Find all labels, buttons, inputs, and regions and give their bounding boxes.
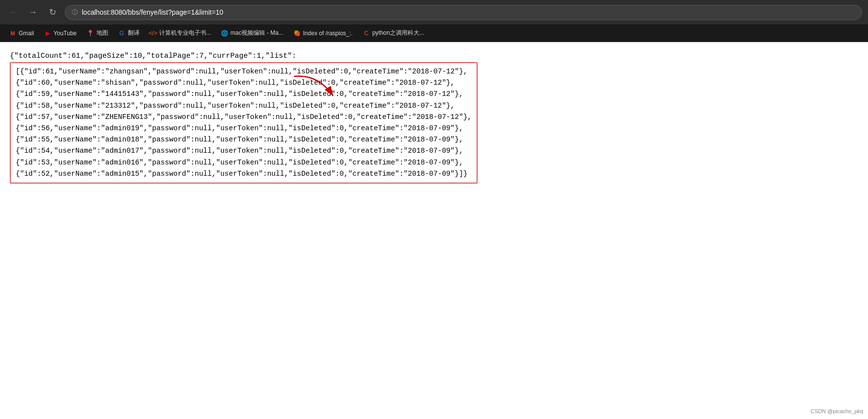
code-icon: </> bbox=[149, 29, 157, 37]
json-line-9: {"id":52,"userName":"admin015","password… bbox=[16, 168, 472, 180]
json-header: {"totalCount":61,"pageSize":10,"totalPag… bbox=[10, 52, 858, 60]
bookmark-translate[interactable]: G 翻译 bbox=[114, 27, 144, 39]
bookmark-maps[interactable]: 📍 地图 bbox=[83, 27, 112, 39]
bookmark-raspios[interactable]: 🍓 Index of /raspios_:. bbox=[289, 28, 357, 39]
json-line-7: {"id":54,"userName":"admin017","password… bbox=[16, 145, 472, 157]
bookmark-code-label: 计算机专业电子书... bbox=[159, 29, 211, 37]
json-line-6: {"id":55,"userName":"admin018","password… bbox=[16, 134, 472, 145]
page-content: {"totalCount":61,"pageSize":10,"totalPag… bbox=[0, 42, 868, 419]
json-line-8: {"id":53,"userName":"admin016","password… bbox=[16, 157, 472, 168]
maps-icon: 📍 bbox=[87, 29, 95, 37]
raspberry-icon: 🍓 bbox=[293, 29, 301, 37]
bookmark-gmail-label: Gmail bbox=[19, 30, 34, 37]
bookmark-youtube-label: YouTube bbox=[53, 30, 76, 37]
security-icon: ⓘ bbox=[72, 8, 78, 17]
json-line-0: [{"id":61,"userName":"zhangsan","passwor… bbox=[16, 66, 472, 77]
bookmark-raspios-label: Index of /raspios_:. bbox=[303, 30, 353, 37]
globe-icon: 🌐 bbox=[221, 29, 229, 37]
translate-icon: G bbox=[118, 29, 126, 37]
youtube-icon: ▶ bbox=[44, 29, 51, 37]
url-text: localhost:8080/bbs/fenye/list?page=1&lim… bbox=[82, 8, 223, 16]
json-line-2: {"id":59,"userName":"14415143","password… bbox=[16, 89, 472, 100]
json-line-5: {"id":56,"userName":"admin019","password… bbox=[16, 123, 472, 134]
json-line-3: {"id":58,"userName":"213312","password":… bbox=[16, 100, 472, 112]
bookmark-translate-label: 翻译 bbox=[128, 29, 140, 37]
watermark: CSDN @picacho_pkq bbox=[811, 408, 863, 414]
bookmark-code[interactable]: </> 计算机专业电子书... bbox=[145, 27, 215, 39]
bookmark-python-label: python之调用科大... bbox=[372, 29, 424, 37]
browser-chrome: ← → ↻ ⓘ localhost:8080/bbs/fenye/list?pa… bbox=[0, 0, 868, 42]
bookmarks-bar: M Gmail ▶ YouTube 📍 地图 G 翻译 </> 计算机专业电子书… bbox=[0, 24, 868, 42]
bookmark-mac-video-label: mac视频编辑 - Ma... bbox=[231, 29, 284, 37]
back-button[interactable]: ← bbox=[6, 5, 21, 20]
bookmark-gmail[interactable]: M Gmail bbox=[5, 28, 38, 39]
bookmark-youtube[interactable]: ▶ YouTube bbox=[40, 28, 80, 39]
json-box: [{"id":61,"userName":"zhangsan","passwor… bbox=[10, 62, 478, 184]
address-bar[interactable]: ⓘ localhost:8080/bbs/fenye/list?page=1&l… bbox=[65, 5, 862, 20]
bookmark-python[interactable]: C python之调用科大... bbox=[359, 27, 428, 39]
gmail-icon: M bbox=[9, 29, 17, 37]
forward-button[interactable]: → bbox=[25, 5, 40, 20]
bookmark-mac-video[interactable]: 🌐 mac视频编辑 - Ma... bbox=[217, 27, 288, 39]
json-line-4: {"id":57,"userName":"ZHENFENG13","passwo… bbox=[16, 112, 472, 123]
bookmark-maps-label: 地图 bbox=[96, 29, 108, 37]
reload-button[interactable]: ↻ bbox=[45, 5, 60, 20]
c-icon: C bbox=[362, 29, 370, 37]
browser-toolbar: ← → ↻ ⓘ localhost:8080/bbs/fenye/list?pa… bbox=[0, 0, 868, 24]
json-line-1: {"id":60,"userName":"shisan","password":… bbox=[16, 77, 472, 89]
